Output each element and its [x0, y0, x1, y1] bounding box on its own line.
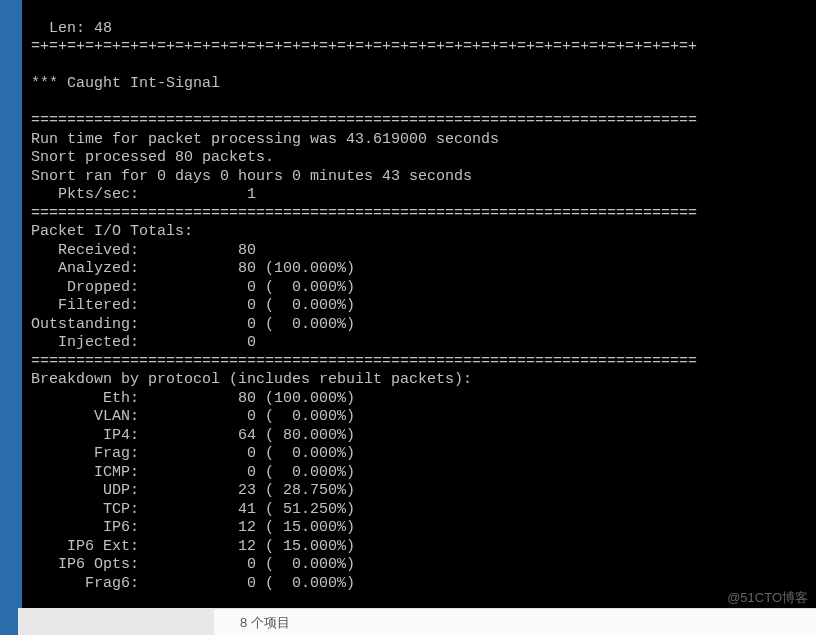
explorer-status-bar: 8 个项目	[214, 608, 816, 635]
terminal-runtime: Run time for packet processing was 43.61…	[31, 131, 499, 148]
terminal-io-header: Packet I/O Totals:	[31, 223, 193, 240]
terminal-divider: ========================================…	[31, 112, 697, 129]
terminal-proto-row: UDP: 23 ( 28.750%)	[31, 482, 355, 499]
terminal-io-row: Outstanding: 0 ( 0.000%)	[31, 316, 355, 333]
terminal-divider: ========================================…	[31, 353, 697, 370]
terminal-proto-row: Eth: 80 (100.000%)	[31, 390, 355, 407]
terminal-pktssec: Pkts/sec: 1	[31, 186, 256, 203]
terminal-breakdown-header: Breakdown by protocol (includes rebuilt …	[31, 371, 472, 388]
terminal-divider: ========================================…	[31, 205, 697, 222]
terminal-line-len: Len: 48	[31, 20, 112, 37]
terminal-proto-row: IP6 Opts: 0 ( 0.000%)	[31, 556, 355, 573]
terminal-io-row: Received: 80	[31, 242, 256, 259]
terminal-proto-row: IP6: 12 ( 15.000%)	[31, 519, 355, 536]
item-count-label: 8 个项目	[240, 615, 290, 630]
terminal-divider: =+=+=+=+=+=+=+=+=+=+=+=+=+=+=+=+=+=+=+=+…	[31, 38, 697, 55]
terminal-io-row: Analyzed: 80 (100.000%)	[31, 260, 355, 277]
terminal-io-row: Dropped: 0 ( 0.000%)	[31, 279, 355, 296]
terminal-proto-row: TCP: 41 ( 51.250%)	[31, 501, 355, 518]
desktop-left-strip	[0, 0, 22, 635]
terminal-processed: Snort processed 80 packets.	[31, 149, 274, 166]
terminal-proto-row: IP4: 64 ( 80.000%)	[31, 427, 355, 444]
terminal-proto-row: IP6 Ext: 12 ( 15.000%)	[31, 538, 355, 555]
terminal-caught-signal: *** Caught Int-Signal	[31, 75, 220, 92]
terminal-proto-row: ICMP: 0 ( 0.000%)	[31, 464, 355, 481]
terminal-io-row: Filtered: 0 ( 0.000%)	[31, 297, 355, 314]
terminal-proto-row: VLAN: 0 ( 0.000%)	[31, 408, 355, 425]
terminal-ranfor: Snort ran for 0 days 0 hours 0 minutes 4…	[31, 168, 472, 185]
terminal-proto-row: Frag: 0 ( 0.000%)	[31, 445, 355, 462]
terminal-proto-row: Frag6: 0 ( 0.000%)	[31, 575, 355, 592]
terminal-io-row: Injected: 0	[31, 334, 256, 351]
explorer-left-area	[18, 608, 214, 635]
terminal-window[interactable]: Len: 48 =+=+=+=+=+=+=+=+=+=+=+=+=+=+=+=+…	[22, 0, 816, 608]
watermark-text: @51CTO博客	[727, 589, 808, 607]
